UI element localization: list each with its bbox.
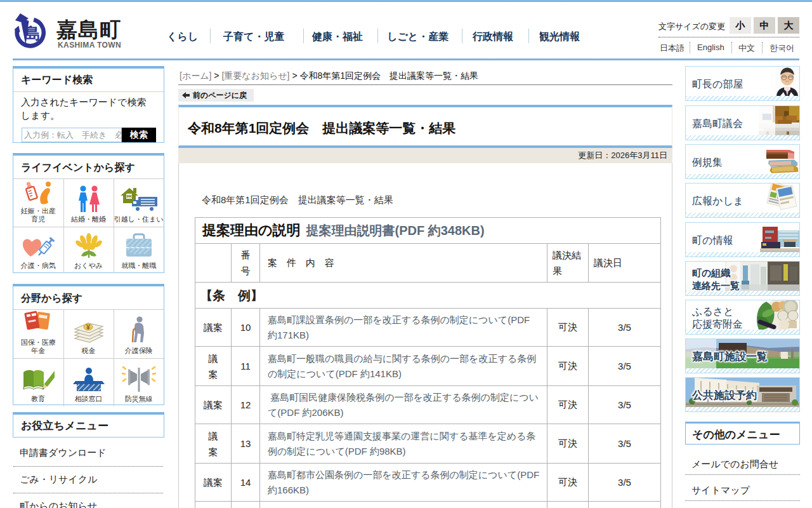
svg-text:¥: ¥ [86, 323, 90, 331]
svg-text:島: 島 [25, 24, 41, 42]
